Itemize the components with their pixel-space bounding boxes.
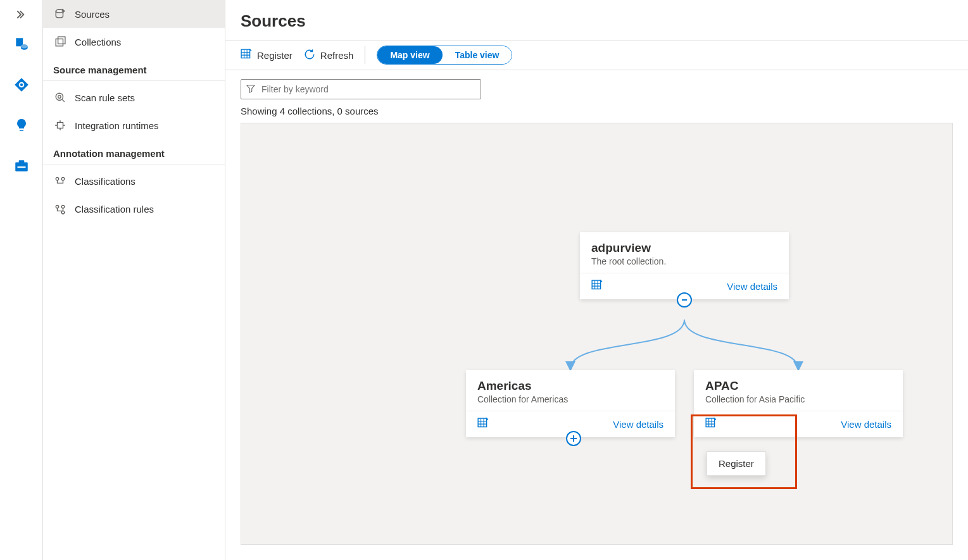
svg-rect-19 [241,49,250,58]
refresh-button[interactable]: Refresh [304,49,354,62]
data-map-icon[interactable] [8,30,35,58]
page-title: Sources [241,11,968,31]
expand-nav-button[interactable] [9,5,34,24]
map-view-toggle[interactable]: Map view [377,46,442,64]
collection-node-americas: Americas Collection for Americas View de… [466,370,675,437]
svg-rect-9 [56,39,63,46]
collections-icon [53,35,67,49]
toolbar: Register Refresh Map view Table view [225,40,968,70]
view-details-link[interactable]: View details [727,281,777,292]
sidebar-item-classification-rules[interactable]: Classification rules [43,195,225,223]
collection-node-apac: APAC Collection for Asia Pacific View de… [694,370,903,437]
sidebar-item-label: Classifications [75,176,135,187]
main-content: Sources Register Refresh Map view Table … [225,0,968,560]
node-title: APAC [705,379,891,393]
sidebar-section-annotation-management: Annotation management [43,139,225,165]
view-details-link[interactable]: View details [613,419,663,430]
node-title: adpurview [591,241,777,255]
connector-lines [469,313,912,376]
toolbar-divider [365,46,365,64]
scan-rule-sets-icon [53,90,67,104]
svg-point-11 [56,93,63,100]
management-icon[interactable] [8,152,35,180]
node-desc: The root collection. [591,256,777,266]
register-label: Register [257,50,292,61]
filter-input[interactable] [260,84,475,95]
collection-node-root: adpurview The root collection. View deta… [580,232,789,299]
svg-point-12 [58,96,61,99]
classification-rules-icon [53,202,67,216]
sidebar-item-label: Sources [75,9,110,20]
insights-icon[interactable] [8,111,35,139]
refresh-icon [304,49,315,62]
data-catalog-icon[interactable] [8,71,35,99]
svg-point-1 [20,44,27,49]
sidebar-section-source-management: Source management [43,56,225,81]
svg-rect-10 [58,37,65,44]
table-view-toggle[interactable]: Table view [443,46,512,64]
svg-point-4 [20,84,22,86]
register-icon [241,49,252,62]
node-register-icon[interactable] [477,418,489,431]
view-toggle: Map view Table view [377,46,512,65]
sidebar-item-label: Integration runtimes [75,120,159,131]
integration-runtimes-icon [53,118,67,132]
register-button[interactable]: Register [241,49,292,62]
svg-point-15 [61,177,65,180]
sidebar-item-scan-rule-sets[interactable]: Scan rule sets [43,84,225,111]
svg-point-17 [61,205,65,208]
register-tooltip[interactable]: Register [707,451,766,476]
add-child-button[interactable] [566,431,581,446]
svg-rect-22 [478,418,487,427]
node-title: Americas [477,379,663,393]
left-rail [0,0,43,560]
sidebar-item-label: Classification rules [75,204,154,215]
filter-input-wrapper[interactable] [241,79,481,99]
svg-point-16 [56,205,59,208]
sources-icon [53,7,67,21]
filter-row [225,70,968,103]
svg-point-8 [56,9,63,13]
sidebar-item-label: Scan rule sets [75,92,135,103]
sidebar-item-collections[interactable]: Collections [43,28,225,56]
sidebar: Sources Collections Source management Sc… [43,0,225,560]
svg-rect-20 [592,280,601,289]
svg-rect-7 [17,166,25,168]
view-details-link[interactable]: View details [841,419,891,430]
node-register-icon[interactable] [705,418,717,431]
sidebar-item-sources[interactable]: Sources [43,0,225,28]
status-text: Showing 4 collections, 0 sources [225,103,968,123]
node-desc: Collection for Asia Pacific [705,394,891,404]
classifications-icon [53,174,67,188]
svg-rect-13 [58,123,63,128]
sidebar-item-classifications[interactable]: Classifications [43,167,225,195]
map-canvas[interactable]: adpurview The root collection. View deta… [241,123,953,545]
collapse-toggle[interactable] [677,292,692,308]
filter-icon [246,84,255,95]
refresh-label: Refresh [320,50,354,61]
sidebar-item-label: Collections [75,37,121,47]
sidebar-item-integration-runtimes[interactable]: Integration runtimes [43,111,225,139]
svg-point-14 [56,177,59,180]
node-desc: Collection for Americas [477,394,663,404]
node-register-icon[interactable] [591,280,603,293]
svg-rect-6 [18,160,24,163]
svg-rect-25 [706,418,715,427]
